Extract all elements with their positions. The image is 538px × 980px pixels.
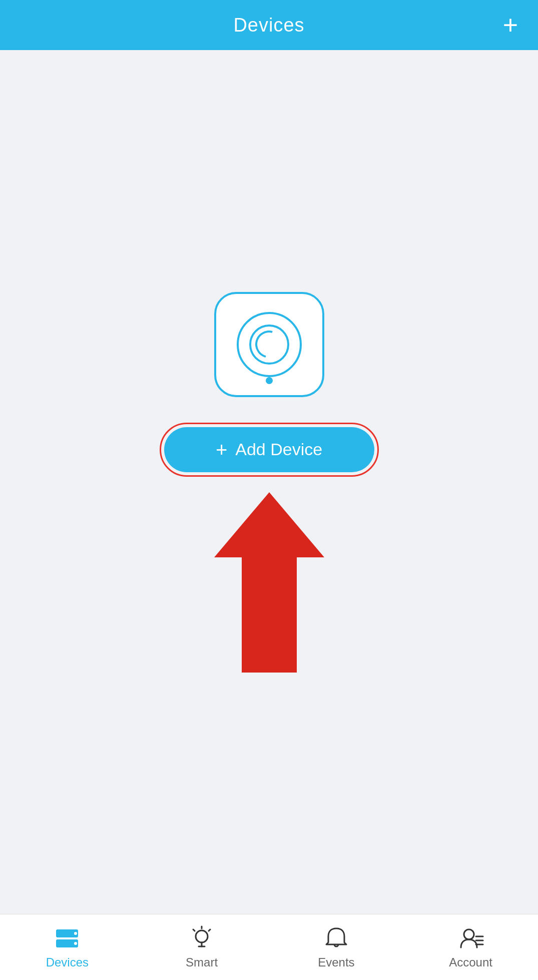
nav-label-smart: Smart <box>186 955 218 969</box>
page-title: Devices <box>233 15 304 36</box>
arrow-shaft <box>242 557 297 673</box>
account-nav-icon <box>458 925 484 951</box>
smart-nav-icon <box>189 925 215 951</box>
nav-label-devices: Devices <box>46 955 89 969</box>
red-arrow-indicator <box>214 492 324 673</box>
app-header: Devices + <box>0 0 538 50</box>
camera-lens-outer <box>237 312 302 377</box>
nav-label-events: Events <box>318 955 354 969</box>
nav-item-devices[interactable]: Devices <box>0 920 135 974</box>
add-device-button[interactable]: + Add Device <box>164 427 374 472</box>
events-nav-icon <box>323 925 349 951</box>
svg-point-4 <box>196 930 208 942</box>
camera-illustration <box>214 292 324 397</box>
svg-line-8 <box>209 929 210 931</box>
camera-lens-inner <box>249 324 289 365</box>
nav-item-account[interactable]: Account <box>403 920 538 974</box>
devices-nav-icon <box>54 925 80 951</box>
header-add-button[interactable]: + <box>503 12 518 38</box>
camera-dot <box>266 377 273 384</box>
svg-point-2 <box>74 932 77 935</box>
bottom-navigation: Devices Smart Events Account <box>0 914 538 980</box>
camera-box <box>214 292 324 397</box>
add-device-label: Add Device <box>235 440 322 459</box>
svg-point-3 <box>74 942 77 945</box>
arrow-head <box>214 492 324 557</box>
add-device-plus-icon: + <box>216 440 227 460</box>
nav-item-events[interactable]: Events <box>269 920 404 974</box>
svg-line-9 <box>193 929 195 931</box>
main-content: + Add Device <box>0 50 538 914</box>
nav-label-account: Account <box>449 955 492 969</box>
camera-arc <box>250 325 288 363</box>
svg-point-10 <box>464 929 474 939</box>
nav-item-smart[interactable]: Smart <box>135 920 269 974</box>
